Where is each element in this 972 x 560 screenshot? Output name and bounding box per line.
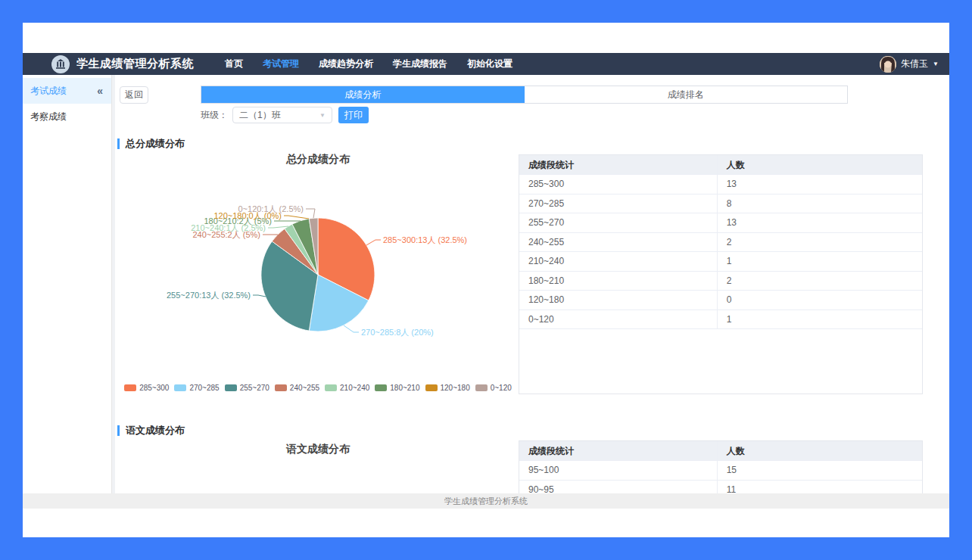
app-window: 学生成绩管理分析系统 首页考试管理成绩趋势分析学生成绩报告初始化设置 朱倩玉 ▼… [23,23,949,537]
section-heading-chinese: 语文成绩分布 [117,425,185,436]
count-cell: 15 [717,461,922,480]
legend-item[interactable]: 0~120 [475,384,512,392]
section-accent-bar [117,138,120,149]
pie-callout-label: 0~120:1人 (2.5%) [238,204,304,213]
print-button[interactable]: 打印 [338,107,369,123]
total-score-table: 成绩段统计 人数 285~300 13 270~285 8 255~270 13… [519,154,923,394]
table-row[interactable]: 270~285 8 [519,194,922,214]
pie-callout-label: 255~270:13人 (32.5%) [167,291,251,300]
chart-title: 总分成绩分布 [117,153,519,166]
sidebar-item[interactable]: 考察成绩 [23,104,111,129]
count-cell: 0 [717,291,922,310]
sidebar-item[interactable]: 考试成绩« [23,78,111,104]
range-cell: 285~300 [519,175,717,194]
table-row[interactable]: 0~120 1 [519,310,922,330]
legend-label: 0~120 [491,384,512,392]
legend-label: 270~285 [189,384,219,392]
legend-label: 240~255 [290,384,319,392]
range-cell: 120~180 [519,291,717,310]
legend-label: 255~270 [240,384,269,392]
app-logo-icon [51,55,70,73]
tab-score-ranking[interactable]: 成绩排名 [525,86,848,103]
count-cell: 8 [717,194,922,213]
nav-item[interactable]: 考试管理 [263,58,299,70]
table-row[interactable]: 255~270 13 [519,213,922,233]
table-row[interactable]: 210~240 1 [519,252,922,272]
bottom-white-strip [23,509,949,537]
range-cell: 270~285 [519,194,717,213]
user-menu[interactable]: 朱倩玉 ▼ [880,56,939,73]
section-heading-text: 总分成绩分布 [126,137,185,151]
table-row[interactable]: 95~100 15 [519,461,922,481]
chinese-score-chart: 语文成绩分布 [117,440,519,493]
range-cell: 210~240 [519,252,717,271]
legend-swatch-icon [475,384,488,391]
table-header-cell: 成绩段统计 [519,441,717,460]
pie-callout-label: 270~285:8人 (20%) [361,328,434,337]
legend-label: 120~180 [441,384,470,392]
class-label: 班级： [201,109,228,122]
legend-swatch-icon [375,384,387,391]
nav-item[interactable]: 成绩趋势分析 [319,58,373,70]
legend-swatch-icon [124,384,136,391]
top-nav: 首页考试管理成绩趋势分析学生成绩报告初始化设置 [225,58,512,70]
legend-label: 180~210 [390,384,419,392]
range-cell: 90~95 [519,481,717,494]
range-cell: 255~270 [519,213,717,232]
legend-label: 210~240 [340,384,369,392]
legend-item[interactable]: 210~240 [325,384,369,392]
main-content: 返回 成绩分析 成绩排名 班级： 二（1）班 ▼ 打印 总分成绩分布 285~3… [115,75,949,493]
class-select[interactable]: 二（1）班 ▼ [232,107,332,123]
nav-item[interactable]: 首页 [225,58,243,70]
table-row[interactable]: 120~180 0 [519,291,922,310]
table-header-row: 成绩段统计 人数 [519,155,922,175]
app-title: 学生成绩管理分析系统 [76,57,194,71]
table-header-cell: 人数 [717,155,922,174]
table-row[interactable]: 180~210 2 [519,272,922,291]
count-cell: 11 [717,481,922,494]
app-header: 学生成绩管理分析系统 首页考试管理成绩趋势分析学生成绩报告初始化设置 朱倩玉 ▼ [23,53,949,75]
range-cell: 95~100 [519,461,717,480]
legend-swatch-icon [425,384,438,391]
legend-item[interactable]: 255~270 [225,384,269,392]
tab-score-analysis[interactable]: 成绩分析 [201,86,525,103]
range-cell: 0~120 [519,310,717,329]
user-caret-icon: ▼ [933,61,939,67]
section-accent-bar [117,425,120,436]
legend-item[interactable]: 120~180 [425,384,470,392]
collapse-icon[interactable]: « [97,78,103,104]
class-select-value: 二（1）班 [239,109,319,122]
section-heading-total: 总分成绩分布 [117,138,185,149]
legend-item[interactable]: 240~255 [275,384,319,392]
table-row[interactable]: 240~255 2 [519,233,922,253]
table-row[interactable]: 285~300 13 [519,175,922,194]
nav-item[interactable]: 学生成绩报告 [393,58,447,70]
count-cell: 13 [717,213,922,232]
table-header-cell: 人数 [717,441,922,460]
range-cell: 240~255 [519,233,717,252]
page-footer: 学生成绩管理分析系统 [23,493,949,509]
table-row[interactable]: 90~95 11 [519,481,922,494]
top-white-strip [23,23,949,53]
chart-title: 语文成绩分布 [117,443,519,456]
legend-item[interactable]: 180~210 [375,384,419,392]
user-avatar [880,56,896,73]
user-name: 朱倩玉 [901,58,928,70]
legend-swatch-icon [174,384,186,391]
legend-item[interactable]: 270~285 [174,384,219,392]
count-cell: 2 [717,272,922,291]
nav-item[interactable]: 初始化设置 [467,58,512,70]
legend-swatch-icon [325,384,337,391]
legend-item[interactable]: 285~300 [124,384,169,392]
section-heading-text: 语文成绩分布 [126,424,185,437]
chinese-score-table: 成绩段统计 人数 95~100 15 90~95 11 [519,440,923,493]
back-button[interactable]: 返回 [120,86,148,104]
class-filter-row: 班级： 二（1）班 ▼ 打印 [201,107,369,123]
legend-label: 285~300 [139,384,169,392]
footer-text: 学生成绩管理分析系统 [444,496,528,506]
count-cell: 1 [717,252,922,271]
legend-swatch-icon [275,384,287,391]
dropdown-caret-icon: ▼ [319,112,326,119]
count-cell: 2 [717,233,922,252]
count-cell: 1 [717,310,922,329]
